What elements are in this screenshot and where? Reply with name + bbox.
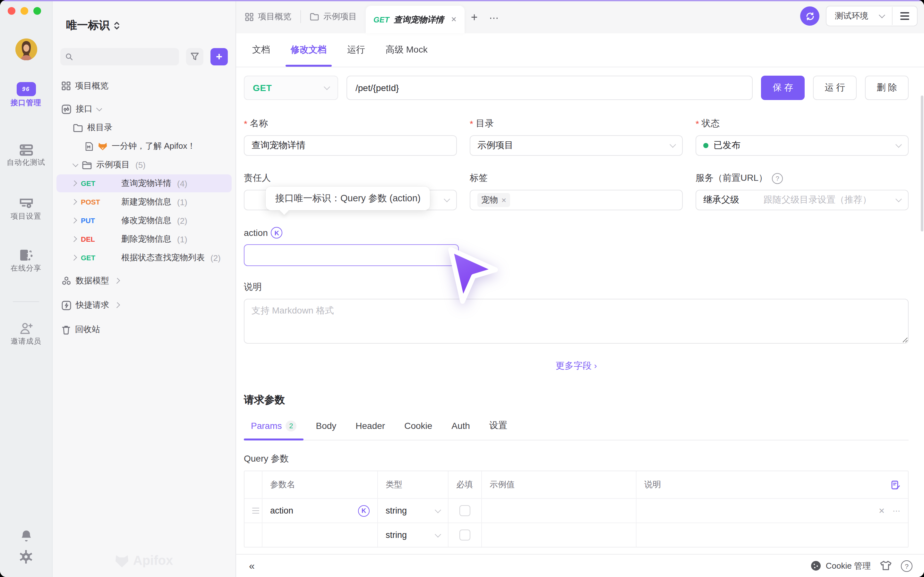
environment-select[interactable]: 测试环境 xyxy=(826,6,918,26)
tab-project-overview[interactable]: 项目概览 xyxy=(236,0,300,33)
new-tab-button[interactable]: + xyxy=(465,11,484,24)
tree-item-root-folder[interactable]: 根目录 xyxy=(57,119,232,137)
service-select[interactable]: 继承父级 跟随父级目录设置（推荐） xyxy=(696,190,909,210)
drag-handle[interactable] xyxy=(252,508,259,514)
param-tab-params[interactable]: Params 2 xyxy=(244,414,304,440)
sidebar-item-api-management[interactable]: 96 接口管理 xyxy=(0,82,52,108)
status-select[interactable]: 已发布 xyxy=(696,135,909,156)
param-tab-cookie[interactable]: Cookie xyxy=(397,414,439,439)
chevron-down-icon xyxy=(444,196,450,202)
row-more-icon[interactable]: ⋯ xyxy=(893,506,900,515)
tab-get-pet-detail[interactable]: GET 查询宠物详情 ✕ xyxy=(366,6,465,33)
param-tabs: Params 2 Body Header Cookie Auth 设置 xyxy=(244,414,909,440)
tree-item-intro-doc[interactable]: 一分钟，了解 Apifox！ xyxy=(57,137,232,155)
tree-item-api-root[interactable]: 接口 xyxy=(57,100,232,118)
avatar[interactable] xyxy=(15,39,37,60)
tree-endpoint-post-pet[interactable]: POST 新建宠物信息 (1) xyxy=(57,193,232,211)
help-button[interactable]: ? xyxy=(901,560,913,572)
subtab-run[interactable]: 运行 xyxy=(341,33,372,67)
tree-item-data-models[interactable]: 数据模型 xyxy=(57,272,232,290)
param-example-cell[interactable] xyxy=(482,499,636,522)
bell-icon xyxy=(19,530,32,543)
directory-select[interactable]: 示例项目 xyxy=(470,135,683,156)
tree-folder-sample-project[interactable]: 示例项目 (5) xyxy=(57,156,232,174)
help-icon[interactable]: ? xyxy=(772,173,783,184)
param-tab-settings[interactable]: 设置 xyxy=(482,414,514,440)
required-checkbox[interactable] xyxy=(459,505,470,516)
tree-item-recycle-bin[interactable]: 回收站 xyxy=(57,321,232,338)
chevron-right-icon xyxy=(114,302,120,308)
filter-button[interactable] xyxy=(186,48,204,65)
zoom-window-button[interactable] xyxy=(33,7,41,15)
close-tab-icon[interactable]: ✕ xyxy=(451,15,457,24)
method-badge: GET xyxy=(373,15,389,24)
save-button[interactable]: 保 存 xyxy=(761,76,805,100)
remove-tag-icon[interactable]: ✕ xyxy=(501,197,507,203)
action-input[interactable] xyxy=(244,244,459,266)
tree-endpoint-put-pet[interactable]: PUT 修改宠物信息 (2) xyxy=(57,211,232,229)
param-name-cell[interactable]: action K xyxy=(262,499,378,522)
param-example-cell[interactable] xyxy=(482,523,636,547)
minimize-window-button[interactable] xyxy=(21,7,28,15)
data-model-icon xyxy=(61,276,71,285)
param-tab-header[interactable]: Header xyxy=(349,414,392,439)
search-input[interactable] xyxy=(60,48,179,65)
rail-item-label: 接口管理 xyxy=(0,98,52,108)
project-switcher[interactable]: 唯一标识 xyxy=(66,18,236,33)
vertical-scrollbar[interactable] xyxy=(921,95,923,231)
query-param-row: action K string ✕ ⋯ xyxy=(244,499,908,523)
param-name-cell[interactable] xyxy=(262,523,378,547)
add-api-button[interactable]: + xyxy=(210,48,228,65)
subtab-edit-doc[interactable]: 修改文档 xyxy=(284,33,333,67)
method-select[interactable]: GET xyxy=(244,76,338,100)
status-value: 已发布 xyxy=(714,140,740,151)
tree-item-quick-request[interactable]: 快捷请求 xyxy=(57,296,232,314)
cookie-manager-button[interactable]: Cookie 管理 xyxy=(811,560,871,572)
tree-item-project-overview[interactable]: 项目概览 xyxy=(57,77,232,95)
settings-button[interactable] xyxy=(0,550,52,564)
tree-endpoint-get-pets-by-status[interactable]: GET 根据状态查找宠物列表 (2) xyxy=(57,249,232,267)
invite-members-button[interactable]: 邀请成员 xyxy=(0,322,52,346)
param-desc-cell[interactable]: ✕ ⋯ xyxy=(636,499,908,522)
method-value: GET xyxy=(253,83,272,93)
tab-sample-project[interactable]: 示例项目 xyxy=(301,0,366,33)
description-textarea[interactable] xyxy=(244,299,909,343)
sidebar-item-project-settings[interactable]: 项目设置 xyxy=(0,197,52,221)
footer-bar: « Cookie 管理 ? xyxy=(236,554,924,577)
tree-endpoint-get-pet-detail[interactable]: GET 查询宠物详情 (4) xyxy=(57,174,232,192)
param-type-select[interactable]: string xyxy=(378,499,449,522)
url-input[interactable] xyxy=(347,76,753,100)
tags-input[interactable]: 宠物 ✕ xyxy=(470,190,683,210)
bulk-edit-icon[interactable] xyxy=(891,480,900,490)
close-window-button[interactable] xyxy=(8,7,15,15)
sync-icon xyxy=(805,11,814,21)
notifications-button[interactable] xyxy=(0,530,52,543)
sidebar-item-online-share[interactable]: 在线分享 xyxy=(0,249,52,273)
unique-key-icon: K xyxy=(271,227,283,239)
field-directory: *目录 示例项目 xyxy=(470,118,683,156)
search-icon xyxy=(65,53,73,61)
search-field[interactable] xyxy=(77,51,174,62)
tree-endpoint-del-pet[interactable]: DEL 删除宠物信息 (1) xyxy=(57,230,232,248)
chevron-down-icon xyxy=(435,506,441,513)
more-fields-link[interactable]: 更多字段› xyxy=(244,360,909,372)
environment-menu-button[interactable] xyxy=(893,12,917,20)
chevron-down-icon xyxy=(435,531,441,537)
delete-row-icon[interactable]: ✕ xyxy=(879,506,885,515)
collapse-sidebar-icon[interactable]: « xyxy=(249,560,255,572)
param-type-select[interactable]: string xyxy=(378,523,449,547)
subtab-doc[interactable]: 文档 xyxy=(246,33,276,67)
delete-button[interactable]: 删 除 xyxy=(865,76,909,100)
subtab-advanced-mock[interactable]: 高级 Mock xyxy=(379,33,434,67)
tab-overflow-button[interactable]: ⋯ xyxy=(484,12,505,24)
param-desc-cell[interactable] xyxy=(636,523,908,547)
run-button[interactable]: 运 行 xyxy=(813,76,857,100)
method-badge: DEL xyxy=(81,235,117,243)
param-tab-auth[interactable]: Auth xyxy=(444,414,477,439)
sidebar-item-auto-test[interactable]: 自动化测试 xyxy=(0,144,52,167)
required-checkbox[interactable] xyxy=(459,530,470,540)
param-tab-body[interactable]: Body xyxy=(309,414,343,439)
name-input[interactable]: 查询宠物详情 xyxy=(244,135,457,156)
sync-button[interactable] xyxy=(800,6,819,26)
theme-shirt-icon[interactable] xyxy=(880,560,892,571)
